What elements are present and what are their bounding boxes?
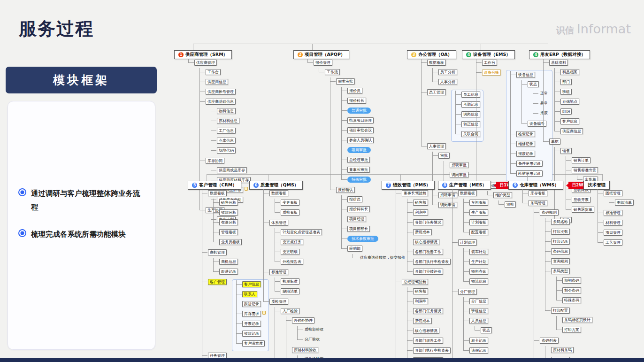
tree-node: 报价员 (347, 196, 362, 202)
bottom-accent-bar (0, 358, 644, 362)
tree-branch: 供应商帐号管理 (199, 88, 251, 98)
tree-branch: 工艺管理 (598, 239, 634, 249)
tree-branch: 计划变化点管理基准表 (275, 229, 330, 239)
tree-branch: 工作台 (199, 69, 251, 78)
tree-branch: 销售订单 (566, 157, 598, 167)
tree-node: 工厂信息 (217, 128, 236, 134)
tree-node: 销售标准出货 (572, 167, 598, 173)
tree-branch: 工厂信息 (211, 127, 251, 137)
tree-node: 分厂信息 (469, 298, 488, 304)
tree-root-mes: 8生产管理（MES） (438, 181, 491, 190)
tree-branch: 特殊条码 (556, 297, 607, 307)
tree-node: 利润率 (413, 209, 428, 216)
approval-pill: 特殊审批 (347, 177, 371, 183)
tree-node: 基础资料 (549, 60, 568, 66)
tree-node: 核心指标情况 (413, 239, 439, 245)
tree-node: 供应商成品库存 (217, 167, 247, 173)
tree-node: 查询规则 (551, 258, 570, 264)
tree-root-pms: 7绩效管理（PMS） (382, 181, 435, 190)
tree-branch: 参会人员确认 (341, 137, 406, 146)
tree-branch: 董事长审批 (341, 166, 406, 176)
tree-node: 外检报告表 (281, 259, 303, 265)
tree-branch: 仓库信息 (211, 137, 251, 147)
tree-node: 数据看板 (208, 190, 227, 196)
tree-node: 收款分析 (219, 209, 238, 216)
tree-node: 核心指标情况 (413, 328, 439, 334)
tree-node: 打印次数 (551, 229, 570, 235)
tree-tech: 技术管理图纸管理图纸清单标准管理材料管理项目管理工艺管理 (583, 181, 634, 249)
tree-node: 管理看板 (219, 229, 238, 235)
tree-root-crm: 5客户管理（CRM） (188, 181, 241, 190)
tree-branch: 原材料条码 (545, 347, 607, 356)
tree-node: 工作台 (206, 69, 221, 75)
tree-node: 条码管理 (529, 200, 547, 206)
tree-node: 条码标签页设计 (562, 317, 592, 323)
tree-number-badge: 9 (513, 183, 518, 188)
tree-node: 供应商管理 (194, 60, 217, 66)
tree-branch: 制令条码 (556, 287, 607, 297)
tree-node: 项目审批会议 (347, 127, 374, 133)
tree-node: 计划变化点管理基准表 (281, 229, 322, 235)
tree-root-wms: 9仓库管理（WMS） (508, 181, 563, 190)
tree-branch: 基础资料料品档案部门班组存储地点组织客户信息供应商信息 (543, 59, 598, 138)
tree-node: 销售 (560, 148, 572, 154)
tree-branch: 供应商基础信息物料信息原材料信息工厂信息仓库信息场地代码 (199, 98, 251, 157)
tree-branch: 打印配置条码标签页设计打印方案 (545, 307, 607, 337)
tree-node: 入厂检验 (281, 308, 299, 314)
tree-branch: 期初条码 (556, 277, 607, 287)
tree-node: 物料齐套 (469, 269, 488, 275)
tree-branch: 质检部验收 (297, 326, 330, 336)
tree-node: 供应商基础信息 (206, 99, 236, 105)
tree-title: 客户管理（CRM） (199, 182, 237, 188)
tree-node: 仓库信息 (217, 138, 236, 144)
tree-branch: 分厂验收 (297, 336, 330, 346)
tree-branch: 条码类型期初条码制令条码特殊条码 (545, 268, 607, 307)
tree-number-badge: 1 (178, 52, 184, 57)
tree-title: 生产管理（MES） (449, 182, 487, 188)
tree-node: 客户信息 (560, 118, 579, 124)
tree-node: 项目经理 (347, 216, 366, 222)
tree-branch: 标准管理 (598, 209, 634, 219)
tree-node: 商机信息 (219, 259, 238, 265)
tree-node: 条码名称 (551, 219, 570, 225)
tree-branch: 打印方案 (556, 326, 607, 336)
tree-node: 总经理驾驶舱 (402, 279, 428, 285)
tree-node: 检测标准 (281, 278, 299, 285)
tree-node: 项目部部长 (347, 226, 370, 232)
tree-node: 报价科科长 (347, 206, 370, 212)
tree-node: 生产看板 (469, 209, 488, 216)
tree-branch: 查询规则 (545, 258, 607, 268)
tree-branch: 材料管理 (598, 219, 634, 229)
tree-node: 标准管理 (604, 210, 622, 216)
tree-number-badge: 5 (192, 183, 197, 188)
tree-node: 项目管理 (604, 230, 622, 236)
tree-number-badge: 4 (466, 52, 471, 57)
tree-node: 业务员看板 (219, 239, 242, 245)
tree-node: 供应商信息 (560, 128, 583, 134)
tree-number-badge: 7 (386, 183, 391, 188)
tree-node: 费用成本 (413, 318, 432, 324)
tree-node: 质检管理 (269, 299, 288, 305)
tree-node: 外购外协件 (292, 317, 314, 323)
tree-branch: 客户信息 (554, 118, 598, 128)
tree-node: 条码列表 (540, 338, 559, 344)
tree-node: 单据 (549, 139, 560, 145)
tree-node: 商机管理 (208, 249, 227, 255)
tree-node: 库存协同 (206, 158, 224, 164)
tree-branch: 变更明细 (275, 248, 330, 258)
tree-node: 班组信息 (469, 308, 488, 314)
tree-branch: 质检管理入厂检验外购外协件质检部验收分厂验收原辅材料验收理化检验室关联采购收货单… (263, 298, 330, 362)
tree-node: 质检看板 (281, 209, 299, 216)
tree-branch: 料品档案 (554, 69, 598, 78)
mindmap-canvas: 1供应商管理（SRM）供应商管理工作台供应商信息供应商帐号管理供应商基础信息物料… (0, 0, 644, 362)
tree-node: 董事长审批 (347, 167, 370, 173)
tree-node: 场地代码 (217, 147, 236, 154)
tree-node: 计划管理 (458, 239, 477, 246)
tree-number-badge: 4 (533, 52, 538, 57)
tree-node: 车间看板 (469, 200, 488, 206)
tree-qms: 6质量管理（QMS）数据看板变更看板质检看板体系管理计划变化点管理基准表变更点任… (249, 181, 330, 362)
tree-node: 供应商信息 (206, 79, 228, 85)
tree-branch: 项目审批 (341, 146, 406, 156)
tree-node: 变更看板 (281, 200, 299, 206)
tree-node: 刷卡记录 (469, 338, 488, 344)
